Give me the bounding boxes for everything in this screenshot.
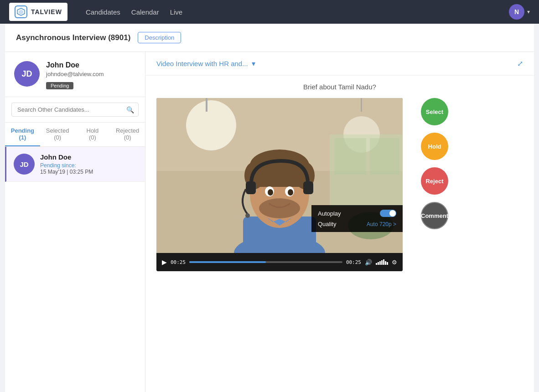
status-tabs: Pending (1) Selected (0) Hold (0) Reject… [5, 123, 145, 147]
svg-rect-10 [334, 138, 366, 175]
vol-bar-7 [387, 262, 388, 265]
page-header: Asynchronous Interview (8901) Descriptio… [5, 24, 534, 52]
description-button[interactable]: Description [138, 32, 181, 43]
video-section: Brief about Tamil Nadu? [145, 76, 534, 392]
interview-title-text: Video Interview with HR and... [156, 60, 248, 67]
search-icon: 🔍 [126, 106, 134, 113]
svg-rect-27 [303, 181, 313, 194]
svg-rect-11 [370, 138, 399, 175]
settings-icon[interactable]: ⚙ [392, 259, 397, 266]
chevron-down-icon: ▾ [527, 9, 530, 15]
svg-point-25 [259, 198, 300, 218]
logo[interactable]: TALVIEW [9, 3, 67, 21]
comment-button[interactable]: Comment [421, 202, 448, 229]
video-thumbnail: Autoplay Quality Auto 720p > [156, 98, 403, 253]
list-pending-label: Pending since: [40, 162, 93, 169]
search-container: 🔍 [5, 97, 145, 123]
main-content: Video Interview with HR and... ▾ ⤢ Brief… [145, 52, 534, 392]
candidate-email: johndoe@talview.com [46, 71, 136, 77]
video-overlay-panel: Autoplay Quality Auto 720p > [311, 205, 403, 232]
current-time: 00:25 [171, 259, 186, 265]
candidate-info: John Doe johndoe@talview.com Pending [46, 61, 136, 89]
volume-icon[interactable]: 🔊 [365, 259, 372, 266]
svg-point-24 [288, 189, 293, 196]
select-button[interactable]: Select [421, 98, 448, 125]
navbar-links: Candidates Calendar Live [86, 6, 182, 18]
tab-hold[interactable]: Hold (0) [75, 123, 110, 146]
avatar: JD [14, 61, 40, 87]
vol-bar-5 [383, 259, 384, 265]
expand-icon[interactable]: ⤢ [517, 59, 523, 68]
talview-logo-icon [15, 5, 27, 18]
list-item-info: John Doe Pending since: 15 May'19 | 03:2… [40, 153, 93, 175]
page-title: Asynchronous Interview (8901) [16, 33, 130, 42]
list-date: 15 May'19 | 03:25 PM [40, 169, 93, 175]
navbar: TALVIEW Candidates Calendar Live N ▾ [0, 0, 539, 24]
svg-rect-26 [246, 181, 256, 194]
vol-bar-6 [385, 261, 386, 265]
reject-button[interactable]: Reject [421, 167, 448, 195]
svg-rect-20 [252, 169, 307, 187]
status-badge: Pending [46, 82, 73, 89]
question-text: Brief about Tamil Nadu? [156, 83, 523, 91]
quality-row: Quality Auto 720p > [318, 221, 396, 227]
sidebar: JD John Doe johndoe@talview.com Pending … [5, 52, 145, 392]
logo-text: TALVIEW [31, 8, 62, 15]
interview-title-button[interactable]: Video Interview with HR and... ▾ [156, 59, 255, 68]
autoplay-toggle[interactable] [380, 210, 396, 217]
autoplay-row: Autoplay [318, 210, 396, 217]
svg-rect-8 [361, 98, 362, 112]
svg-point-28 [245, 213, 250, 218]
list-candidate-name: John Doe [40, 153, 93, 161]
autoplay-knob [389, 210, 396, 217]
autoplay-label: Autoplay [318, 210, 341, 217]
play-button[interactable]: ▶ [162, 258, 167, 266]
svg-point-5 [186, 100, 236, 150]
vol-bar-2 [378, 262, 379, 265]
user-menu[interactable]: N ▾ [509, 4, 530, 20]
page-container: Asynchronous Interview (8901) Descriptio… [5, 24, 534, 392]
quality-label: Quality [318, 221, 336, 227]
vol-bar-1 [376, 263, 377, 265]
tab-pending[interactable]: Pending (1) [5, 123, 40, 146]
svg-rect-6 [206, 98, 207, 112]
action-buttons: Select Hold Reject Comment [421, 98, 448, 229]
volume-bars [376, 259, 388, 265]
nav-candidates[interactable]: Candidates [86, 6, 120, 18]
progress-fill [189, 261, 266, 263]
interview-header: Video Interview with HR and... ▾ ⤢ [145, 52, 534, 76]
vol-bar-3 [379, 261, 381, 265]
total-time: 00:25 [346, 259, 361, 265]
nav-calendar[interactable]: Calendar [131, 6, 159, 18]
user-avatar: N [509, 4, 524, 20]
hold-button[interactable]: Hold [421, 133, 448, 160]
vol-bar-4 [381, 260, 383, 265]
nav-live[interactable]: Live [170, 6, 183, 18]
search-input[interactable] [11, 103, 139, 117]
video-controls: ▶ 00:25 00:25 🔊 [156, 253, 403, 271]
candidate-name: John Doe [46, 61, 136, 69]
progress-bar[interactable] [189, 261, 342, 263]
list-avatar: JD [14, 154, 35, 175]
video-player: Autoplay Quality Auto 720p > [156, 98, 403, 271]
tab-selected[interactable]: Selected (0) [40, 123, 75, 146]
svg-point-23 [268, 189, 273, 196]
main-layout: JD John Doe johndoe@talview.com Pending … [5, 52, 534, 392]
tab-rejected[interactable]: Rejected (0) [110, 123, 145, 146]
chevron-down-icon: ▾ [252, 59, 255, 68]
candidate-profile: JD John Doe johndoe@talview.com Pending [5, 52, 145, 97]
quality-value[interactable]: Auto 720p > [367, 221, 396, 227]
list-item[interactable]: JD John Doe Pending since: 15 May'19 | 0… [5, 147, 145, 182]
